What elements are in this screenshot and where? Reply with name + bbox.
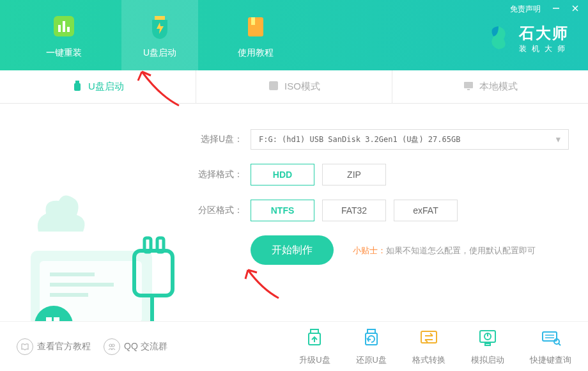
nav-reinstall[interactable]: 一键重装 [26, 0, 102, 70]
partition-fat32-option[interactable]: FAT32 [322, 200, 386, 221]
start-button[interactable]: 开始制作 [251, 235, 334, 265]
disclaimer-link[interactable]: 免责声明 [510, 4, 541, 15]
svg-point-28 [109, 344, 112, 347]
illustration [0, 104, 192, 321]
form-panel: 选择U盘： F:G: (hd1) USB SanDisk 3.2Gen1 (U盘… [192, 104, 588, 321]
action-label: 模拟启动 [471, 354, 504, 366]
nav-label: U盘启动 [143, 47, 176, 59]
book-open-icon [17, 338, 33, 355]
svg-rect-9 [251, 17, 255, 25]
brand-logo-icon [484, 24, 513, 54]
action-restore-usb[interactable]: 还原U盘 [356, 327, 387, 366]
action-shortcut-query[interactable]: 快捷键查询 [530, 327, 571, 366]
svg-rect-17 [50, 272, 95, 276]
svg-point-29 [112, 344, 114, 347]
iso-icon [268, 80, 279, 93]
action-simulate-boot[interactable]: 模拟启动 [471, 327, 504, 366]
tip-label: 小贴士： [353, 246, 386, 255]
link-label: QQ 交流群 [124, 341, 167, 352]
partition-ntfs-option[interactable]: NTFS [251, 200, 314, 221]
svg-rect-13 [464, 82, 473, 88]
action-label: 格式转换 [412, 354, 445, 366]
people-icon [104, 338, 120, 355]
main-nav: 一键重装 U盘启动 使用教程 [0, 0, 294, 70]
brand-subtitle: 装机大师 [519, 43, 570, 54]
usb-icon [72, 80, 83, 93]
header: 免责声明 一键重装 U盘启动 使用教程 [0, 0, 588, 70]
close-button[interactable] [571, 4, 579, 14]
power-monitor-icon [477, 327, 499, 351]
svg-rect-36 [485, 343, 490, 345]
action-label: 快捷键查询 [530, 354, 571, 366]
format-hdd-option[interactable]: HDD [251, 164, 314, 186]
svg-rect-11 [74, 83, 81, 91]
svg-line-43 [559, 343, 561, 345]
action-upgrade-usb[interactable]: 升级U盘 [299, 327, 330, 366]
usb-up-icon [304, 327, 325, 351]
titlebar: 免责声明 [510, 4, 579, 15]
nav-usb-boot[interactable]: U盘启动 [121, 0, 198, 70]
footer: 查看官方教程 QQ 交流群 升级U盘 还原U盘 格式转换 模拟启动 快捷键查询 [0, 321, 588, 371]
format-label: 选择格式： [198, 169, 243, 180]
main-area: 选择U盘： F:G: (hd1) USB SanDisk 3.2Gen1 (U盘… [0, 104, 588, 321]
shield-flash-icon [146, 12, 174, 42]
tab-label: U盘启动 [88, 81, 124, 93]
svg-rect-18 [50, 283, 114, 287]
svg-rect-12 [269, 81, 278, 90]
svg-rect-4 [58, 25, 61, 32]
nav-label: 使用教程 [238, 47, 274, 59]
svg-rect-34 [421, 331, 437, 343]
nav-tutorial[interactable]: 使用教程 [217, 0, 294, 70]
official-tutorial-link[interactable]: 查看官方教程 [17, 338, 91, 355]
qq-group-link[interactable]: QQ 交流群 [104, 338, 167, 355]
tab-label: 本地模式 [479, 81, 518, 93]
action-label: 还原U盘 [356, 354, 387, 366]
bottom-actions: 升级U盘 还原U盘 格式转换 模拟启动 快捷键查询 [299, 327, 571, 366]
brand: 石大师 装机大师 [484, 23, 570, 54]
tip-text: 如果不知道怎么配置，使用默认配置即可 [386, 246, 536, 255]
svg-rect-7 [155, 16, 165, 20]
partition-label: 分区格式： [198, 205, 243, 216]
tab-local-mode[interactable]: 本地模式 [392, 70, 588, 103]
format-zip-option[interactable]: ZIP [322, 164, 386, 186]
partition-exfat-option[interactable]: exFAT [394, 200, 458, 221]
usb-select[interactable]: F:G: (hd1) USB SanDisk 3.2Gen1 (U盘) 27.6… [251, 129, 569, 150]
link-label: 查看官方教程 [37, 341, 91, 352]
monitor-icon [463, 80, 474, 93]
svg-rect-10 [75, 81, 79, 83]
svg-rect-8 [248, 17, 263, 36]
mode-tabs: U盘启动 ISO模式 本地模式 [0, 70, 588, 104]
svg-rect-19 [50, 293, 88, 297]
book-icon [242, 12, 270, 42]
tip: 小贴士：如果不知道怎么配置，使用默认配置即可 [353, 244, 536, 257]
tab-usb-boot[interactable]: U盘启动 [0, 70, 196, 103]
svg-rect-5 [63, 21, 65, 32]
convert-icon [418, 327, 440, 351]
keyboard-search-icon [540, 327, 562, 351]
svg-rect-6 [67, 27, 70, 32]
tab-label: ISO模式 [284, 81, 320, 93]
chevron-down-icon: ▼ [556, 135, 561, 144]
action-label: 升级U盘 [299, 354, 330, 366]
action-format-convert[interactable]: 格式转换 [412, 327, 445, 366]
bar-chart-icon [50, 12, 78, 42]
brand-title: 石大师 [519, 23, 570, 43]
tab-iso-mode[interactable]: ISO模式 [196, 70, 392, 103]
minimize-button[interactable] [552, 4, 560, 14]
nav-label: 一键重装 [46, 47, 82, 59]
usb-cycle-icon [360, 327, 382, 351]
svg-rect-14 [467, 89, 470, 90]
usb-select-value: F:G: (hd1) USB SanDisk 3.2Gen1 (U盘) 27.6… [259, 134, 460, 145]
select-usb-label: 选择U盘： [198, 134, 243, 145]
